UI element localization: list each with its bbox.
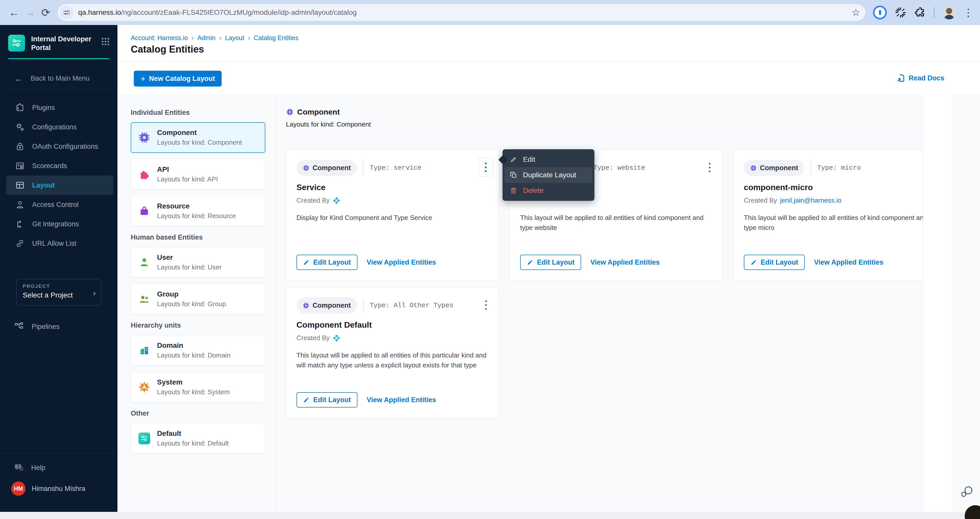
kind-badge: Component — [296, 297, 357, 314]
browser-forward-icon[interactable]: → — [22, 6, 38, 19]
view-applied-entities-link[interactable]: View Applied Entities — [590, 259, 660, 267]
entity-name: Resource — [157, 202, 236, 210]
entity-item-component[interactable]: ComponentLayouts for kind: Component — [131, 122, 265, 153]
help-chat-icon: ? — [13, 462, 24, 473]
layout-cards-grid: Component Type: service Service Created … — [286, 150, 946, 419]
pencil-icon — [510, 156, 517, 163]
onepassword-extension-icon[interactable] — [873, 6, 887, 19]
pencil-icon — [527, 259, 533, 266]
edit-layout-button[interactable]: Edit Layout — [744, 255, 805, 270]
sidebar-item-label: Configurations — [32, 123, 76, 131]
view-applied-entities-link[interactable]: View Applied Entities — [367, 396, 436, 404]
idp-logo — [8, 35, 25, 52]
layout-title: Service — [296, 183, 326, 192]
back-arrow-icon: ← — [14, 73, 24, 84]
entity-name: Domain — [157, 341, 231, 349]
scorecard-icon — [14, 160, 25, 171]
user-menu[interactable]: HM Himanshu Mishra — [11, 481, 118, 496]
layout-description: This layout will be applied to all entit… — [520, 213, 712, 233]
address-bar[interactable]: qa.harness.io/ng/account/zEaak-FLS425IEO… — [58, 4, 865, 21]
chevron-right-icon: › — [93, 288, 96, 298]
badge-divider — [363, 298, 364, 312]
entity-item-domain[interactable]: DomainLayouts for kind: Domain — [131, 335, 265, 366]
browser-reload-icon[interactable]: ⟳ — [38, 6, 54, 19]
menu-item-duplicate-layout[interactable]: Duplicate Layout — [504, 167, 592, 183]
back-label: Back to Main Menu — [31, 75, 90, 83]
view-applied-entities-link[interactable]: View Applied Entities — [814, 259, 883, 267]
extensions-puzzle-icon[interactable] — [915, 6, 926, 18]
badge-divider — [810, 161, 811, 175]
entity-item-user[interactable]: UserLayouts for kind: User — [131, 247, 265, 278]
menu-item-edit[interactable]: Edit — [503, 152, 595, 167]
entity-name: System — [157, 378, 230, 386]
browser-menu-icon[interactable]: ⋮ — [963, 6, 974, 18]
sidebar-item-pipelines[interactable]: Pipelines — [0, 319, 118, 335]
new-catalog-layout-label: New Catalog Layout — [149, 75, 215, 83]
entity-item-system[interactable]: SystemLayouts for kind: System — [131, 372, 265, 402]
sidebar-item-label: URL Allow List — [32, 240, 76, 248]
header-divider — [118, 61, 980, 62]
section-subtitle: Layouts for kind: Component — [286, 121, 371, 129]
layout-description: Display for Kind Component and Type Serv… — [296, 213, 488, 223]
card-menu-button[interactable] — [707, 161, 712, 174]
section-divider — [286, 133, 946, 133]
sidebar-item-label: Access Control — [32, 201, 79, 209]
breadcrumb-admin[interactable]: Admin — [197, 34, 215, 41]
edit-layout-label: Edit Layout — [537, 259, 574, 267]
edit-layout-button[interactable]: Edit Layout — [296, 255, 358, 270]
created-by-label: Created By — [744, 197, 777, 205]
sidebar-item-layout[interactable]: Layout — [6, 176, 113, 195]
created-by-email-link[interactable]: jenil.jain@harness.io — [780, 197, 842, 205]
breadcrumb-catalog-entities[interactable]: Catalog Entities — [254, 34, 299, 41]
entity-item-resource[interactable]: ResourceLayouts for kind: Resource — [131, 196, 265, 226]
entity-item-api[interactable]: APILayouts for kind: API — [131, 159, 265, 190]
module-grid-icon[interactable] — [100, 37, 110, 46]
browser-profile-avatar[interactable] — [942, 6, 956, 19]
card-menu-button[interactable] — [478, 158, 493, 176]
sidebar-item-url-allow-list[interactable]: URL Allow List — [0, 234, 118, 253]
sidebar-item-label: Scorecards — [32, 162, 67, 170]
spinner-extension-icon[interactable] — [894, 6, 907, 19]
browser-back-icon[interactable]: ← — [6, 6, 22, 19]
entity-subtitle: Layouts for kind: API — [157, 175, 218, 183]
entity-item-group[interactable]: GroupLayouts for kind: Group — [131, 284, 265, 314]
edit-layout-button[interactable]: Edit Layout — [520, 255, 581, 270]
bookmark-star-icon[interactable]: ☆ — [851, 7, 860, 18]
entity-kind-nav: Individual Entities ComponentLayouts for… — [118, 94, 276, 512]
view-applied-entities-link[interactable]: View Applied Entities — [367, 259, 436, 267]
project-selector[interactable]: PROJECT Select a Project › — [16, 279, 101, 305]
pencil-icon — [303, 397, 310, 403]
sidebar-item-access-control[interactable]: Access Control — [0, 195, 118, 214]
chevron-right-icon: › — [219, 34, 221, 42]
menu-item-delete[interactable]: Delete — [503, 183, 595, 198]
card-menu-button[interactable] — [484, 299, 488, 311]
entity-name: Component — [157, 129, 242, 137]
site-info-icon[interactable] — [60, 6, 73, 19]
component-chip-icon — [302, 302, 309, 309]
created-by-label: Created By — [296, 334, 329, 342]
sidebar-item-scorecards[interactable]: Scorecards — [0, 156, 118, 176]
breadcrumb-account[interactable]: Account: Harness.io — [131, 34, 188, 41]
sidebar-item-git-integrations[interactable]: Git Integrations — [0, 214, 118, 234]
read-docs-link[interactable]: Read Docs — [896, 73, 944, 83]
project-label: PROJECT — [23, 284, 95, 289]
layout-description: This layout will be applied to all entit… — [296, 350, 488, 370]
back-to-main-menu[interactable]: ← Back to Main Menu — [4, 67, 113, 90]
browser-toolbar: ← → ⟳ qa.harness.io/ng/account/zEaak-FLS… — [0, 0, 980, 25]
support-chat-icon[interactable] — [960, 485, 974, 498]
breadcrumb-layout[interactable]: Layout — [225, 34, 244, 41]
chevron-right-icon: › — [248, 34, 250, 42]
breadcrumb: Account: Harness.io › Admin › Layout › C… — [131, 34, 299, 42]
link-icon — [14, 238, 25, 249]
sidebar-item-configurations[interactable]: Configurations — [0, 117, 118, 137]
help-button[interactable]: ? Help — [13, 462, 118, 473]
scrollbar-gutter[interactable] — [923, 94, 951, 512]
sidebar-menu: Plugins Configurations OAuth Configurati… — [0, 98, 118, 253]
new-catalog-layout-button[interactable]: + New Catalog Layout — [134, 71, 222, 87]
sidebar-item-label: Layout — [32, 181, 55, 189]
sidebar-item-oauth-configurations[interactable]: OAuth Configurations — [0, 137, 118, 156]
entity-item-default[interactable]: DefaultLayouts for kind: Default — [131, 423, 265, 454]
sidebar-item-plugins[interactable]: Plugins — [0, 98, 118, 117]
component-chip-icon — [750, 165, 757, 171]
edit-layout-button[interactable]: Edit Layout — [296, 392, 358, 408]
